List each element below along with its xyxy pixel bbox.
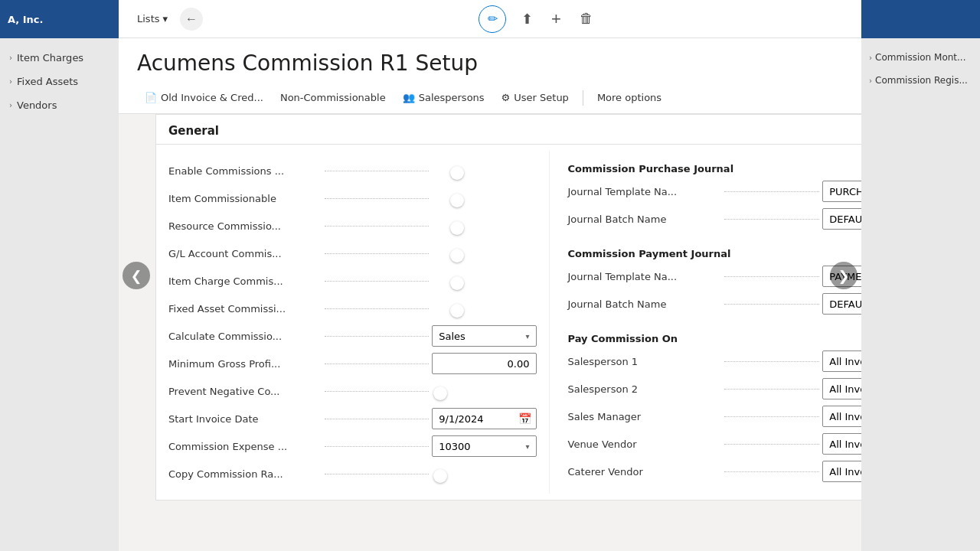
minimum-gross-profit-input[interactable]: 0.00 (432, 353, 536, 374)
top-nav: Lists ▾ ← ✏ ⬆ + 🗑 ✓ Saved ↗ (119, 0, 980, 38)
share-icon: ⬆ (521, 11, 533, 28)
action-divider (583, 90, 583, 106)
more-options-label: More options (597, 92, 662, 103)
sidebar-item-label: Vendors (17, 99, 57, 111)
back-icon: ← (185, 12, 198, 26)
delete-button[interactable]: 🗑 (577, 8, 596, 30)
form-row-start-invoice-date: Start Invoice Date 9/1/2024 📅 (168, 405, 537, 432)
commission-expense-select[interactable]: 10300 ▾ (432, 435, 536, 457)
start-invoice-date-input[interactable]: 9/1/2024 📅 (432, 408, 536, 429)
edit-button[interactable]: ✏ (479, 5, 506, 33)
chevron-right-icon: ❯ (838, 268, 849, 284)
non-commissionable-button[interactable]: Non-Commissionable (273, 87, 394, 108)
form-row-calculate-commission: Calculate Commissio... Sales ▾ (168, 322, 537, 350)
chevron-left-icon: ❮ (130, 268, 142, 284)
nav-arrow-left[interactable]: ❮ (122, 262, 150, 289)
old-invoice-label: Old Invoice & Cred... (161, 92, 263, 103)
chevron-right-icon: › (869, 54, 872, 62)
nav-arrow-right[interactable]: ❯ (830, 262, 858, 289)
lists-button[interactable]: Lists ▾ (131, 10, 174, 28)
action-bar: 📄 Old Invoice & Cred... Non-Commissionab… (119, 82, 980, 114)
chevron-down-icon: ▾ (525, 442, 529, 451)
users-icon: 👥 (403, 92, 415, 103)
delete-icon: 🗑 (580, 11, 593, 27)
share-button[interactable]: ⬆ (518, 8, 536, 31)
form-row-gl-commissionable: G/L Account Commis... (168, 240, 537, 267)
form-row-item-charge-commissionable: Item Charge Commis... (168, 267, 537, 295)
sidebar-nav: › Item Charges › Fixed Assets › Vendors (0, 38, 119, 125)
user-setup-button[interactable]: ⚙ User Setup (494, 87, 577, 108)
non-commissionable-label: Non-Commissionable (280, 92, 386, 103)
form-row-enable-commissions: Enable Commissions ... (168, 157, 537, 184)
form-row-item-commissionable: Item Commissionable (168, 184, 537, 212)
sidebar-item-commission-register[interactable]: › Commission Regis... (861, 69, 980, 92)
right-top-bar (861, 0, 980, 38)
sidebar-item-fixed-assets[interactable]: › Fixed Assets (0, 70, 119, 93)
sidebar-right: › Commission Mont... › Commission Regis.… (861, 0, 980, 551)
enable-commissions-label: Enable Commissions ... (168, 165, 322, 177)
sidebar-item-label: Commission Regis... (875, 75, 968, 86)
pencil-icon: ✏ (488, 11, 498, 26)
add-button[interactable]: + (548, 6, 564, 32)
old-invoice-button[interactable]: 📄 Old Invoice & Cred... (137, 87, 271, 108)
salespersons-button[interactable]: 👥 Salespersons (395, 87, 492, 108)
company-bar: A, Inc. (0, 0, 119, 38)
sidebar-item-label: Item Charges (17, 52, 83, 64)
form-row-fixed-asset-commissionable: Fixed Asset Commissi... (168, 295, 537, 322)
form-container: General Enable Commissions ... (155, 114, 943, 500)
chevron-right-icon: › (9, 101, 12, 109)
sidebar-item-label: Fixed Assets (17, 76, 78, 87)
form-row-copy-commission-rate: Copy Commission Ra... (168, 460, 537, 487)
section-header-general: General (156, 115, 942, 145)
chevron-right-icon: › (9, 54, 12, 62)
user-gear-icon: ⚙ (501, 92, 511, 103)
form-row-minimum-gross-profit: Minimum Gross Profi... 0.00 (168, 350, 537, 377)
page-title: Acumens Commission R1 Setup (137, 51, 962, 76)
form-row-commission-expense: Commission Expense ... 10300 ▾ (168, 432, 537, 460)
form-row-prevent-negative: Prevent Negative Co... (168, 377, 537, 405)
calculate-commission-select[interactable]: Sales ▾ (432, 325, 536, 347)
form-row-resource-commissionable: Resource Commissio... (168, 212, 537, 240)
company-name: A, Inc. (8, 14, 44, 25)
sidebar-right-nav: › Commission Mont... › Commission Regis.… (861, 38, 980, 99)
sidebar-item-vendors[interactable]: › Vendors (0, 93, 119, 117)
sidebar-item-label: Commission Mont... (875, 52, 965, 63)
sidebar-item-item-charges[interactable]: › Item Charges (0, 46, 119, 70)
chevron-down-icon: ▾ (163, 13, 168, 24)
sidebar-item-commission-monitor[interactable]: › Commission Mont... (861, 46, 980, 69)
page-header: Acumens Commission R1 Setup (119, 38, 980, 82)
user-setup-label: User Setup (514, 92, 569, 103)
sidebar-left: A, Inc. › Item Charges › Fixed Assets › … (0, 0, 119, 551)
section-label: General (168, 124, 219, 138)
enable-commissions-field (432, 165, 536, 177)
add-icon: + (551, 9, 561, 29)
calendar-icon[interactable]: 📅 (514, 412, 536, 425)
invoice-icon: 📄 (145, 92, 157, 103)
chevron-down-icon: ▾ (525, 332, 529, 341)
back-button[interactable]: ← (180, 8, 203, 31)
chevron-right-icon: › (9, 77, 12, 86)
more-options-button[interactable]: More options (590, 87, 669, 108)
chevron-right-icon: › (869, 77, 872, 85)
lists-label: Lists (137, 13, 160, 24)
toolbar: ✏ ⬆ + 🗑 (209, 5, 866, 33)
salespersons-label: Salespersons (419, 92, 485, 103)
